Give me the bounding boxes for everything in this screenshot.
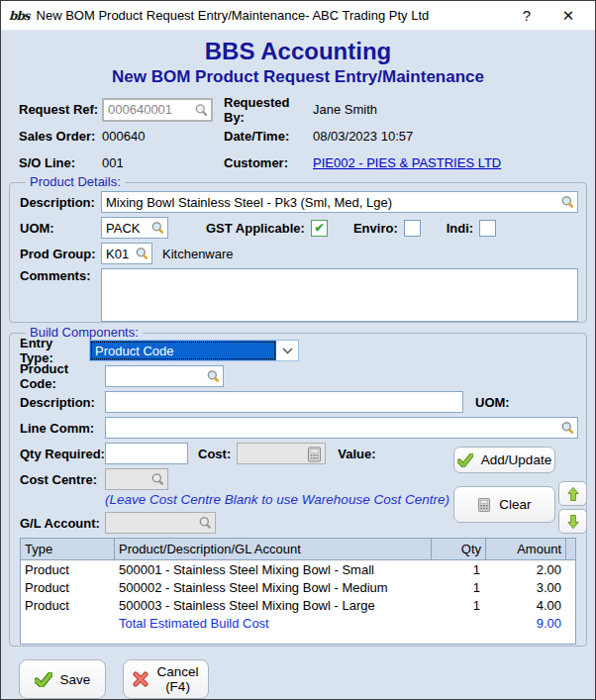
- enviro-checkbox[interactable]: [404, 220, 421, 237]
- line-comm-input[interactable]: [106, 418, 577, 438]
- cell-description: 500001 - Stainless Steel Mixing Bowl - S…: [115, 562, 432, 577]
- entry-type-value: Product Code: [90, 341, 276, 360]
- uom-label: UOM:: [20, 221, 101, 236]
- sales-order-value: 000640: [102, 129, 224, 144]
- date-time-label: Date/Time:: [224, 129, 313, 144]
- components-table[interactable]: Type Product/Description/GL Account Qty …: [20, 538, 576, 645]
- close-x-icon: [133, 671, 149, 687]
- save-button[interactable]: Save: [19, 659, 106, 699]
- sales-order-row: Sales Order: 000640 Date/Time: 08/03/202…: [1, 123, 595, 150]
- col-header-gutter: [566, 539, 575, 559]
- cell-amount: 3.00: [486, 580, 566, 595]
- build-components-title: Build Components:: [26, 325, 143, 340]
- total-label: Total Estimated Build Cost: [115, 616, 432, 631]
- gst-label: GST Applicable:: [206, 221, 305, 236]
- add-update-button[interactable]: Add/Update: [453, 447, 555, 473]
- search-icon[interactable]: [150, 472, 165, 487]
- search-icon[interactable]: [150, 221, 165, 236]
- qty-required-field[interactable]: [105, 443, 188, 464]
- qty-required-input[interactable]: [106, 444, 187, 463]
- request-ref-label: Request Ref:: [19, 102, 102, 117]
- prod-group-row: Prod Group: Kitchenware: [20, 243, 578, 264]
- product-code-row: Product Code:: [20, 365, 578, 387]
- search-icon[interactable]: [135, 247, 149, 261]
- cancel-button[interactable]: Cancel (F4): [123, 659, 209, 699]
- search-icon[interactable]: [560, 195, 575, 210]
- gst-checkbox[interactable]: [311, 220, 328, 237]
- build-description-input[interactable]: [106, 392, 462, 412]
- app-logo-icon: bbs: [9, 9, 30, 23]
- move-up-button[interactable]: [558, 481, 587, 506]
- prod-group-name: Kitchenware: [162, 247, 234, 261]
- product-code-field[interactable]: [105, 365, 224, 387]
- prod-group-label: Prod Group:: [20, 247, 101, 261]
- col-header-amount[interactable]: Amount: [486, 539, 566, 559]
- build-description-row: Description: UOM:: [20, 391, 578, 413]
- line-comm-row: Line Comm:: [20, 417, 578, 439]
- table-row[interactable]: Product 500001 - Stainless Steel Mixing …: [21, 560, 575, 578]
- line-comm-label: Line Comm:: [20, 421, 105, 436]
- table-row[interactable]: Product 500003 - Stainless Steel Mixing …: [21, 596, 575, 614]
- product-details-title: Product Details:: [26, 174, 125, 189]
- prod-group-field[interactable]: [101, 243, 152, 264]
- table-total-row: Total Estimated Build Cost 9.00: [21, 614, 575, 632]
- request-ref-field[interactable]: [102, 98, 213, 122]
- so-line-label: S/O Line:: [19, 155, 102, 170]
- description-row: Description:: [20, 191, 578, 213]
- value-label: Value:: [338, 447, 375, 461]
- search-icon[interactable]: [206, 369, 221, 384]
- cost-centre-label: Cost Centre:: [20, 472, 105, 487]
- line-comm-field[interactable]: [105, 417, 578, 439]
- col-header-qty[interactable]: Qty: [432, 539, 486, 559]
- comments-input[interactable]: [101, 268, 578, 322]
- search-icon[interactable]: [194, 103, 209, 118]
- cell-type: Product: [21, 562, 115, 577]
- cell-amount: 4.00: [486, 598, 566, 613]
- move-down-button[interactable]: [558, 509, 587, 534]
- window-title: New BOM Product Request Entry/Maintenanc…: [37, 8, 430, 23]
- search-icon[interactable]: [198, 516, 213, 531]
- close-button[interactable]: ✕: [551, 2, 585, 30]
- cell-qty: 1: [432, 598, 486, 613]
- enviro-label: Enviro:: [353, 221, 398, 236]
- so-line-row: S/O Line: 001 Customer: PIE002 - PIES & …: [1, 150, 595, 176]
- customer-label: Customer:: [224, 155, 313, 170]
- col-header-type[interactable]: Type: [21, 539, 115, 559]
- requested-by-label: Requested By:: [224, 95, 313, 125]
- customer-link[interactable]: PIE002 - PIES & PASTRIES LTD: [313, 155, 501, 170]
- uom-field[interactable]: [101, 217, 168, 239]
- request-ref-row: Request Ref: Requested By: Jane Smith: [1, 96, 595, 123]
- cell-type: Product: [21, 580, 115, 595]
- title-bar: bbs New BOM Product Request Entry/Mainte…: [1, 1, 595, 31]
- add-update-label: Add/Update: [481, 452, 551, 467]
- date-time-value: 08/03/2023 10:57: [313, 129, 579, 144]
- chevron-down-icon[interactable]: [276, 341, 298, 360]
- indi-checkbox[interactable]: [479, 220, 496, 237]
- entry-type-select[interactable]: Product Code: [89, 340, 299, 361]
- save-label: Save: [60, 672, 91, 687]
- description-input[interactable]: [102, 192, 577, 212]
- footer-actions: Save Cancel (F4): [1, 647, 595, 699]
- cost-field: [237, 443, 326, 464]
- qty-required-label: Qty Required:: [20, 447, 105, 461]
- cell-type: Product: [21, 598, 115, 613]
- gl-account-label: G/L Account:: [20, 516, 105, 531]
- uom-row: UOM: GST Applicable: Enviro: Indi:: [20, 217, 578, 239]
- comments-row: Comments:: [20, 268, 578, 322]
- col-header-description[interactable]: Product/Description/GL Account: [115, 539, 432, 559]
- requested-by-value: Jane Smith: [313, 102, 579, 117]
- table-header-row: Type Product/Description/GL Account Qty …: [21, 539, 575, 560]
- help-button[interactable]: ?: [510, 2, 544, 30]
- cell-amount: 2.00: [486, 562, 566, 577]
- request-info-section: Request Ref: Requested By: Jane Smith Sa…: [1, 92, 595, 176]
- build-description-field[interactable]: [105, 391, 463, 413]
- cell-description: 500002 - Stainless Steel Mixing Bowl - M…: [115, 580, 432, 595]
- table-row[interactable]: Product 500002 - Stainless Steel Mixing …: [21, 578, 575, 596]
- search-icon[interactable]: [560, 421, 575, 436]
- calculator-icon[interactable]: [307, 447, 322, 462]
- clear-button[interactable]: Clear: [453, 486, 555, 523]
- description-field[interactable]: [101, 191, 578, 213]
- app-title: BBS Accounting: [1, 38, 595, 65]
- indi-label: Indi:: [447, 221, 473, 236]
- cancel-label: Cancel: [156, 664, 198, 679]
